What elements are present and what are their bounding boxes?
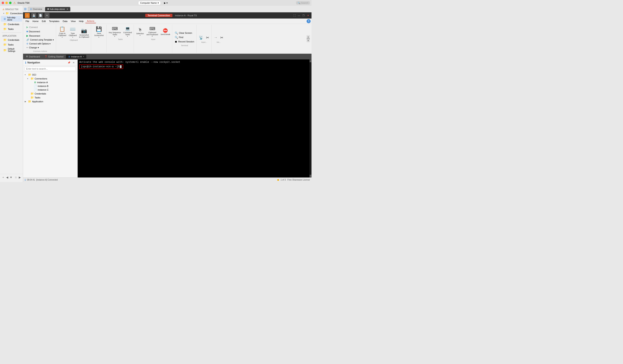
session-tab-getting-started[interactable]: ❓ Getting Started <box>43 55 66 59</box>
sidebar-item-tasks[interactable]: 📁 Tasks <box>1 27 22 31</box>
title-bar: ⚠ Oracle TSX Computer Name ▾ ▶ ▾ 🔍 Searc… <box>0 0 312 6</box>
rts-minimize-btn[interactable]: — <box>297 14 301 17</box>
sidebar-item-default-settings[interactable]: 📁 Default Settings <box>1 47 22 53</box>
ribbon-scroll-up[interactable]: ▲ <box>307 35 310 39</box>
menu-templates[interactable]: Templates <box>47 19 61 23</box>
rts-close-btn[interactable]: ✕ <box>306 14 310 17</box>
menu-edit[interactable]: Edit <box>40 19 47 23</box>
command-tasks-btn[interactable]: 💻 CommandTasks ▾ <box>122 25 133 38</box>
session-tab-dashboard[interactable]: ⚙ Dashboard <box>24 55 42 59</box>
key-sequence-btn[interactable]: ⌨ Key SequenceTasks ▾ <box>108 25 122 38</box>
rts-icon-btn-1[interactable]: ⚠ <box>25 13 30 18</box>
terminal-pane[interactable]: Activate the web console with: systemctl… <box>78 60 312 177</box>
global-search[interactable]: 🔍 Search <box>296 1 310 4</box>
sidebar-item-app-credentials[interactable]: 📁 Credentials <box>1 38 22 42</box>
input2-btn1[interactable]: 📡 <box>198 34 204 41</box>
help-icon[interactable]: ? <box>307 19 311 23</box>
menu-actions[interactable]: Actions <box>85 19 96 23</box>
rts-icon-btn-doc[interactable]: 📄 <box>38 13 43 18</box>
connect-template-icon: 🔗 <box>26 39 29 41</box>
connect-options-btn[interactable]: ⚙ Connect with Options ▾ <box>25 42 55 45</box>
tab-close-icon[interactable]: ✕ <box>67 8 68 10</box>
scroll-up-btn[interactable]: ▲ <box>310 60 312 62</box>
change-btn[interactable]: ✏ Change ▾ <box>25 46 55 49</box>
down-bottom-btn[interactable]: ▼ <box>9 175 13 180</box>
session-tab-instance-a[interactable]: 🖥 instance-A ✕ <box>66 55 86 59</box>
terminal-scrollbar[interactable]: ▲ ▼ <box>310 60 312 177</box>
tree-item-instance-c[interactable]: ▾ 📄 instance-C <box>23 88 77 92</box>
reconnect-btn[interactable]: ▶ Reconnect <box>25 34 55 38</box>
rts-icon-btn-save[interactable]: 💾 <box>31 13 36 18</box>
maximize-button[interactable] <box>9 2 12 4</box>
nav-search-input[interactable] <box>25 67 76 71</box>
computer-name-dropdown[interactable]: Computer Name ▾ <box>138 1 161 5</box>
clipboard-keyboard-btn[interactable]: ⌨ Clipboardand Keyboard ▾ <box>145 25 159 38</box>
sidebar-item-credentials[interactable]: 📁 Credentials <box>1 22 22 26</box>
send-break-btn[interactable]: ⛔ Send Break <box>159 25 171 38</box>
nav-close-btn[interactable]: ✕ <box>72 61 75 64</box>
sidebar-item-hub-step-stone[interactable]: 🖥 hub-step-stone ↑ <box>1 16 22 21</box>
rts-restore-btn[interactable]: ❐ <box>302 14 305 17</box>
tree-item-instance-a[interactable]: ▾ 🖥 instance-A <box>23 81 77 84</box>
scroll-down-btn[interactable]: ▼ <box>310 175 312 177</box>
tree-item-oci[interactable]: ▾ 📁 OCI <box>23 73 77 77</box>
copy-to-clipboard-btn[interactable]: 📋 Copy toClipboard ▾ <box>57 25 67 39</box>
menu-data[interactable]: Data <box>61 19 69 23</box>
ribbon-scroll-down[interactable]: ▼ <box>307 39 310 42</box>
selection-btn[interactable]: 🖱 Selection ▾ <box>135 25 145 38</box>
reconnect-icon: ▶ <box>26 34 28 37</box>
tree-item-application[interactable]: ▶ 📁 Application <box>23 99 77 103</box>
copy-clipboard-dropdown-icon: ▾ <box>62 36 63 38</box>
rts-icon-btn-dropdown[interactable]: ▾ <box>44 13 49 18</box>
ribbon-scroll-controls: ▲ ▼ <box>306 25 310 53</box>
sidebar-item-app-tasks[interactable]: 📁 Tasks <box>1 43 22 47</box>
play-bottom-btn[interactable]: ▶ <box>18 175 21 180</box>
tree-item-instance-b[interactable]: ▾ 📄 instance-B <box>23 84 77 88</box>
menu-file[interactable]: File <box>24 19 31 23</box>
more-btn2[interactable]: ✂ <box>219 34 225 41</box>
nav-pin-btn[interactable]: 📌 <box>67 61 71 64</box>
add-bottom-btn[interactable]: + <box>2 175 5 180</box>
menu-home[interactable]: Home <box>31 19 40 23</box>
connect-template-btn[interactable]: 🔗 Connect using Template ▾ <box>25 38 55 42</box>
tab-overview[interactable]: ⊞ Overview <box>28 7 44 11</box>
sidebar-section-application: Application <box>0 34 23 38</box>
tree-item-tasks-nav[interactable]: ▾ 📁 Tasks <box>23 96 77 99</box>
tasks-folder-icon: 📁 <box>3 27 7 30</box>
rts-title-text: instance-A - Royal TS <box>175 14 197 17</box>
session-tab-close-icon[interactable]: ✕ <box>83 55 84 58</box>
play-chevron-icon: ▾ <box>166 2 168 4</box>
tree-item-connections[interactable]: ▾ 📁 Connections <box>23 77 77 81</box>
star-bottom-btn[interactable]: ☆ <box>14 175 17 180</box>
close-button[interactable] <box>2 2 4 4</box>
disconnect-btn[interactable]: ■ Disconnect <box>25 29 55 33</box>
app-logo-icon: ⚠ <box>13 1 16 4</box>
hub-icon: 🖥 <box>3 17 6 20</box>
minimize-button[interactable] <box>5 2 8 4</box>
rts-expand-btn[interactable]: ⛶ <box>292 14 296 17</box>
tab-hub-step-stone[interactable]: ✖ hub-step-stone ✕ <box>45 7 70 11</box>
ribbon-content: ▶ Connect ■ Disconnect ▶ Reconnect 🔗 <box>23 24 312 54</box>
record-session-btn[interactable]: ⏺ Record Session <box>174 40 195 44</box>
clear-screen-btn[interactable]: 🔍 Clear Screen <box>174 31 195 35</box>
find-btn[interactable]: 🔍 Find <box>174 35 195 39</box>
input2-btn2[interactable]: ✂ <box>205 34 211 41</box>
save-screenshot-btn[interactable]: 💾 SaveScreenshot ▾ <box>93 25 105 39</box>
oci-folder-icon: 📁 <box>28 73 31 76</box>
menu-help[interactable]: Help <box>77 19 85 23</box>
tree-item-credentials-nav[interactable]: ▾ 📁 Credentials <box>23 92 77 96</box>
connect-btn[interactable]: ▶ Connect <box>25 25 55 29</box>
type-clipboard-btn[interactable]: ⌨️ TypeClipboard ▾ <box>67 25 78 39</box>
terminal-line-1: Activate the web console with: systemctl… <box>79 61 310 64</box>
status-license: Free Shareware License <box>287 179 310 181</box>
more-btn1[interactable]: → <box>213 34 219 41</box>
record-icon: ⏺ <box>175 40 178 43</box>
prev-bottom-btn[interactable]: ◀ <box>5 175 9 180</box>
screenshot-clipboard-btn[interactable]: 📷 Screenshotto Clipboard <box>78 27 90 39</box>
terminal-content[interactable]: Activate the web console with: systemctl… <box>78 60 312 177</box>
play-button[interactable]: ▶ ▾ <box>162 1 169 5</box>
menu-view[interactable]: View <box>69 19 77 23</box>
input2-group: 📡 ✂ Input... <box>197 25 212 53</box>
sidebar-item-connections[interactable]: ▾ 📁 Connections <box>1 11 22 15</box>
clipboard-keyboard-icon: ⌨ <box>149 26 155 31</box>
